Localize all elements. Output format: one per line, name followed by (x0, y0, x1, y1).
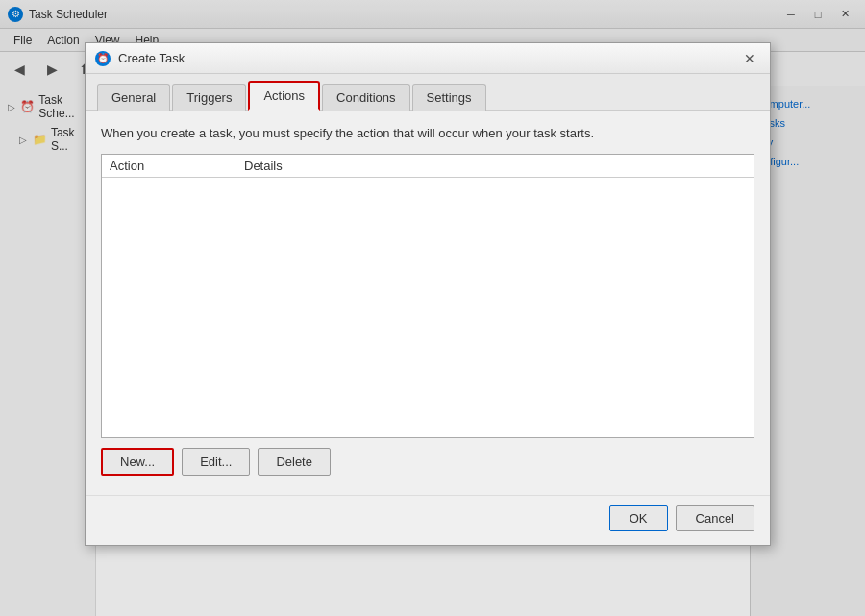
ok-button[interactable]: OK (609, 505, 668, 531)
delete-button[interactable]: Delete (258, 448, 331, 476)
tabs-bar: General Triggers Actions Conditions Sett… (86, 74, 770, 111)
table-header: Action Details (102, 155, 754, 178)
tab-triggers[interactable]: Triggers (172, 84, 246, 111)
modal-titlebar: ⏰ Create Task ✕ (86, 43, 770, 74)
modal-footer: OK Cancel (86, 495, 770, 545)
create-task-dialog: ⏰ Create Task ✕ General Triggers Actions… (85, 42, 771, 546)
description-text: When you create a task, you must specify… (101, 126, 754, 140)
action-buttons-row: New... Edit... Delete (101, 448, 754, 476)
edit-button[interactable]: Edit... (182, 448, 250, 476)
tab-general[interactable]: General (97, 84, 170, 111)
modal-title: Create Task (118, 51, 731, 65)
tab-conditions[interactable]: Conditions (322, 84, 409, 111)
new-button[interactable]: New... (101, 448, 174, 476)
modal-close-button[interactable]: ✕ (739, 48, 760, 69)
table-header-action: Action (110, 159, 244, 173)
modal-app-icon: ⏰ (95, 51, 111, 66)
tab-actions[interactable]: Actions (248, 81, 320, 111)
table-header-details: Details (244, 159, 746, 173)
cancel-button[interactable]: Cancel (676, 505, 754, 531)
actions-table-container: Action Details (101, 154, 754, 438)
modal-content-area: When you create a task, you must specify… (86, 111, 770, 495)
table-body (102, 178, 754, 437)
tab-settings[interactable]: Settings (412, 84, 486, 111)
modal-body: General Triggers Actions Conditions Sett… (86, 74, 770, 545)
